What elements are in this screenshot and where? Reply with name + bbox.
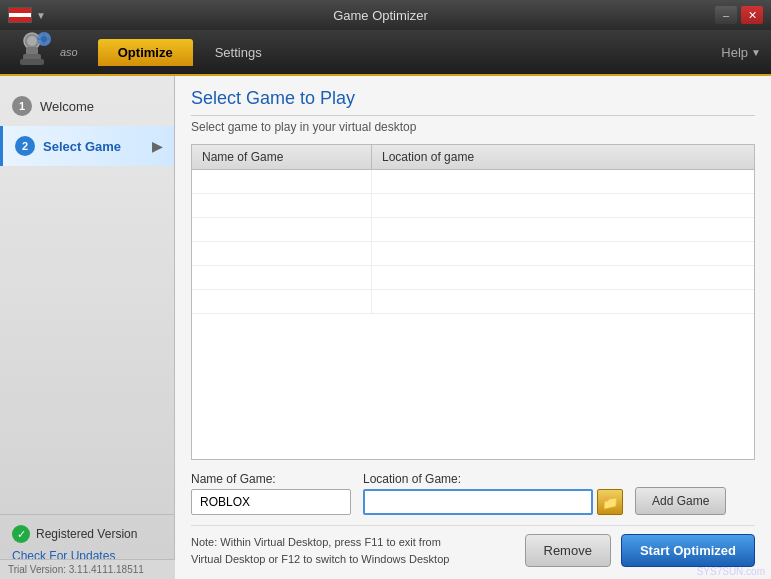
- registered-label: Registered Version: [36, 527, 137, 541]
- table-body[interactable]: [192, 170, 754, 454]
- window-title: Game Optimizer: [46, 8, 715, 23]
- watermark: SYS7SUN.com: [697, 566, 765, 577]
- nav-tabs: Optimize Settings: [98, 39, 282, 66]
- help-menu[interactable]: Help ▼: [721, 45, 761, 60]
- start-optimized-button[interactable]: Start Optimized: [621, 534, 755, 567]
- chevron-right-icon: ▶: [152, 139, 162, 154]
- version-bar: Trial Version: 3.11.4111.18511: [0, 559, 175, 579]
- registered-check-icon: ✓: [12, 525, 30, 543]
- svg-rect-9: [43, 42, 45, 46]
- help-chevron-icon: ▼: [751, 47, 761, 58]
- sidebar-item-welcome[interactable]: 1 Welcome: [0, 86, 174, 126]
- table-row[interactable]: [192, 242, 754, 266]
- bottom-bar: Note: Within Virtual Desktop, press F11 …: [191, 525, 755, 567]
- sidebar-label-select-game: Select Game: [43, 139, 121, 154]
- svg-rect-2: [26, 47, 38, 55]
- table-row[interactable]: [192, 218, 754, 242]
- location-label: Location of Game:: [363, 472, 623, 486]
- panel-title: Select Game to Play: [191, 88, 755, 116]
- browse-button[interactable]: 📁: [597, 489, 623, 515]
- svg-rect-4: [20, 59, 44, 65]
- main-area: 1 Welcome 2 Select Game ▶ ✓ Registered V…: [0, 76, 771, 579]
- panel-subtitle: Select game to play in your virtual desk…: [191, 120, 755, 134]
- tab-optimize[interactable]: Optimize: [98, 39, 193, 66]
- table-row[interactable]: [192, 290, 754, 314]
- location-input-group: Location of Game: 📁: [363, 472, 623, 515]
- sidebar: 1 Welcome 2 Select Game ▶ ✓ Registered V…: [0, 76, 175, 579]
- sidebar-label-welcome: Welcome: [40, 99, 94, 114]
- table-row[interactable]: [192, 170, 754, 194]
- name-input-group: Name of Game:: [191, 472, 351, 515]
- content-panel: Select Game to Play Select game to play …: [175, 76, 771, 579]
- minimize-button[interactable]: –: [715, 6, 737, 24]
- flag-icon: [8, 7, 32, 23]
- game-table: Name of Game Location of game: [191, 144, 755, 460]
- note-text: Note: Within Virtual Desktop, press F11 …: [191, 534, 515, 567]
- col-name-header: Name of Game: [192, 145, 372, 169]
- table-cell-name: [192, 170, 372, 193]
- svg-point-5: [27, 36, 37, 46]
- brand-text: aso: [60, 46, 78, 58]
- registered-badge: ✓ Registered Version: [12, 525, 162, 543]
- table-cell-location: [372, 170, 754, 193]
- col-location-header: Location of game: [372, 145, 754, 169]
- close-button[interactable]: ✕: [741, 6, 763, 24]
- game-name-input[interactable]: [191, 489, 351, 515]
- tab-settings[interactable]: Settings: [195, 39, 282, 66]
- app-logo: [10, 31, 54, 73]
- top-nav: aso Optimize Settings Help ▼: [0, 30, 771, 76]
- folder-icon: 📁: [602, 495, 618, 510]
- remove-button[interactable]: Remove: [525, 534, 611, 567]
- svg-point-7: [41, 36, 47, 42]
- input-area: Name of Game: Location of Game: 📁 Add Ga…: [191, 472, 755, 515]
- dropdown-arrow[interactable]: ▼: [36, 10, 46, 21]
- title-bar: ▼ Game Optimizer – ✕: [0, 0, 771, 30]
- step-2-circle: 2: [15, 136, 35, 156]
- table-row[interactable]: [192, 194, 754, 218]
- name-label: Name of Game:: [191, 472, 351, 486]
- add-game-button[interactable]: Add Game: [635, 487, 726, 515]
- game-location-input[interactable]: [363, 489, 593, 515]
- logo-area: aso: [10, 31, 78, 73]
- table-row[interactable]: [192, 266, 754, 290]
- table-header: Name of Game Location of game: [192, 145, 754, 170]
- svg-rect-10: [37, 38, 41, 40]
- location-input-wrapper: 📁: [363, 489, 623, 515]
- step-1-circle: 1: [12, 96, 32, 116]
- svg-rect-11: [47, 38, 51, 40]
- svg-rect-8: [43, 32, 45, 36]
- svg-point-0: [16, 65, 48, 73]
- window-controls: – ✕: [715, 6, 763, 24]
- sidebar-item-select-game[interactable]: 2 Select Game ▶: [0, 126, 174, 166]
